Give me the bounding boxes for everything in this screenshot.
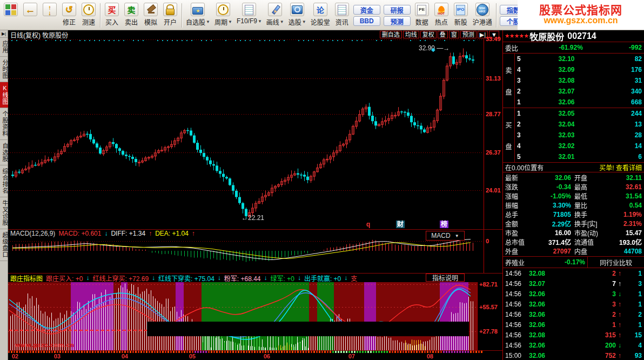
toolbar-button-app-menu[interactable] (1, 1, 21, 30)
collapse-icon[interactable]: ▶| (0, 30, 8, 38)
toolbar-button-open-account[interactable]: 开户 (160, 1, 180, 30)
doc-icon (335, 3, 349, 16)
sidebar-item-分时图[interactable]: 分时图 (0, 57, 8, 82)
chart-title-row: 日线(复权) 牧原股份 删自选均线复权叠窗预测▶|▼ (8, 30, 502, 39)
pencil-icon (268, 3, 282, 16)
clock-icon (216, 3, 230, 16)
queue-row: 232.0413 (515, 119, 644, 130)
price-label: 26.37 (486, 149, 502, 156)
toolbar-button-forum[interactable]: 论论股堂 (308, 1, 332, 30)
toolbar-button-fix[interactable]: ↺修正 (59, 1, 79, 30)
industry-compare-link[interactable]: 同行业比较 (588, 258, 644, 267)
price-label: 28.77 (486, 111, 502, 117)
tick-list[interactable]: 14:5632.082↑114:5632.077↑314:5632.063↓11… (503, 268, 644, 360)
sidebar-item-牛叉诊股[interactable]: 牛叉诊股 (0, 197, 8, 229)
chart-button-预测[interactable]: 预测 (460, 31, 477, 38)
ipo-icon: IPO (454, 3, 468, 16)
toolbar-button-label: 开户 (164, 17, 177, 26)
site-logo: 股票公式指标网 www.gszx.com.cn (518, 0, 644, 30)
sidebar-item-应用[interactable]: 应用 (0, 38, 8, 57)
toolbar-button-hk-connect[interactable]: SSE HKE沪港通 (471, 1, 494, 30)
sidebar-item-个股资料[interactable]: 个股资料 (0, 108, 8, 140)
pe-icon: PE (415, 3, 429, 16)
sidebar-item-超级盘口[interactable]: 超级盘口 (0, 229, 8, 261)
buy-queue: 买盘 132.05244232.0413332.0328432.0214532.… (503, 108, 644, 163)
undo-icon: ↺ (62, 3, 76, 16)
tick-row: 14:5632.061↑1 (503, 319, 644, 330)
toolbar-button-hotspot[interactable]: HOT热点 (432, 1, 451, 30)
header-segment: 红线下穿卖: +75.04 (158, 274, 214, 282)
toolbar-button-data[interactable]: PE数据 (412, 1, 432, 30)
macd-canvas[interactable] (8, 238, 484, 273)
toolbar-button-news[interactable]: 资讯 (332, 1, 352, 30)
tick-row: 15:0032.06752↑93 (503, 350, 644, 360)
candlestick-canvas[interactable] (8, 39, 484, 229)
chart-button-删自选[interactable]: 删自选 (380, 31, 402, 38)
forum-icon: 论 (313, 3, 327, 16)
header-segment: 出手就赢: +0 (304, 274, 341, 282)
industry-row: 养殖业 -0.17% 同行业比较 (503, 257, 644, 268)
toolbar-button-label: 选股▼ (289, 17, 306, 26)
marker-财[interactable]: 财 (396, 221, 405, 228)
price-axis-border (484, 39, 484, 273)
header-segment: ↓ (86, 274, 89, 282)
toolbar-button-label: 测速 (82, 17, 95, 26)
header-segment: DIFF: +1.34 (111, 230, 145, 237)
month-label: 06 (264, 353, 270, 359)
toolbar-button-speed-test[interactable]: 测速 (79, 1, 98, 30)
toolbar-button-back[interactable]: ← (21, 1, 40, 30)
month-label: 04 (122, 353, 128, 359)
toolbar-button-label: 论股堂 (311, 17, 330, 26)
toolbar-button-page-up-down[interactable]: ↑↓ (40, 1, 59, 30)
toolbar-separator (100, 3, 100, 28)
marker-榜[interactable]: 榜 (440, 221, 448, 228)
header-segment: ↓ (152, 274, 155, 282)
toolbar-button-report-forecast-bottom[interactable]: 预测 (384, 16, 411, 26)
chart-button-窗[interactable]: 窗 (449, 31, 459, 38)
marker-q[interactable]: q (365, 221, 371, 228)
tick-row: 14:5632.082↑1 (503, 268, 644, 278)
stat-row: 总市值371.4亿流通值193.0亿 (503, 237, 644, 246)
tick-row: 14:5632.08315↑15 (503, 330, 644, 340)
header-segment: ↓ (104, 230, 108, 237)
order-detail-link[interactable]: 买单! 查看详细 (599, 163, 642, 172)
toolbar-button-report-forecast-top[interactable]: 研报 (384, 5, 411, 15)
sidebar-item-K线图[interactable]: K线图 (0, 82, 8, 108)
toolbar-button-period[interactable]: 周期▼ (212, 1, 234, 30)
stat-row: 涨跌-0.34最高32.61 (503, 182, 644, 191)
month-label: 02 (12, 353, 18, 359)
macd-selector[interactable]: MACD ▼ (426, 231, 465, 241)
left-sidebar: ▶|应用分时图K线图个股资料自选股综合排名牛叉诊股超级盘口 (0, 30, 8, 360)
sidebar-item-综合排名[interactable]: 综合排名 (0, 165, 8, 197)
toolbar-button-label: 资讯 (336, 17, 348, 26)
queue-row: 432.09176 (515, 64, 644, 75)
queue-row: 132.05244 (515, 108, 644, 119)
toolbar-button-stock-picker[interactable]: 选股▼ (286, 1, 308, 30)
indicator-scale-label: +55.57 (479, 304, 496, 310)
toolbar-button-new-shares[interactable]: IPO新股 (451, 1, 471, 30)
toolbar-button-buy[interactable]: 买买入 (102, 1, 122, 30)
sidebar-item-自选股[interactable]: 自选股 (0, 140, 8, 165)
indicator-canvas[interactable] (8, 282, 477, 350)
toolbar-button-simulate[interactable]: 模拟 (141, 1, 160, 30)
toolbar-button-funds-bbd-bottom[interactable]: BBD (353, 16, 380, 26)
header-segment: DEA: +1.04 (155, 230, 189, 237)
toolbar-button-sell[interactable]: 卖卖出 (122, 1, 141, 30)
weibi-label: 委比 (505, 43, 532, 52)
toolbar-button-label: 画线▼ (266, 17, 284, 26)
stat-row: 最新32.06开盘32.11 (503, 173, 644, 182)
chart-button-叠[interactable]: 叠 (438, 31, 448, 38)
header-segment: 跟庄买入: +0 (46, 274, 83, 282)
toolbar-button-draw-line[interactable]: 画线▼ (264, 1, 286, 30)
indicator-help-button[interactable]: 指标说明 (426, 274, 465, 282)
header-segment: 支 (351, 274, 357, 282)
chart-button-均线[interactable]: 均线 (403, 31, 419, 38)
updown-icon: ↑↓ (43, 3, 57, 16)
header-segment: 粉军: +68.44 (224, 274, 261, 282)
target-icon (290, 3, 304, 16)
toolbar-button-watchlist[interactable]: ★自选股▼ (184, 1, 212, 30)
toolbar-button-funds-bbd-top[interactable]: 资金 (353, 5, 380, 15)
chart-button-复权[interactable]: 复权 (420, 31, 437, 38)
toolbar-button-f10-f9[interactable]: F10/F9▼ (234, 1, 264, 30)
header-segment: MACD: +0.601 (58, 230, 101, 237)
